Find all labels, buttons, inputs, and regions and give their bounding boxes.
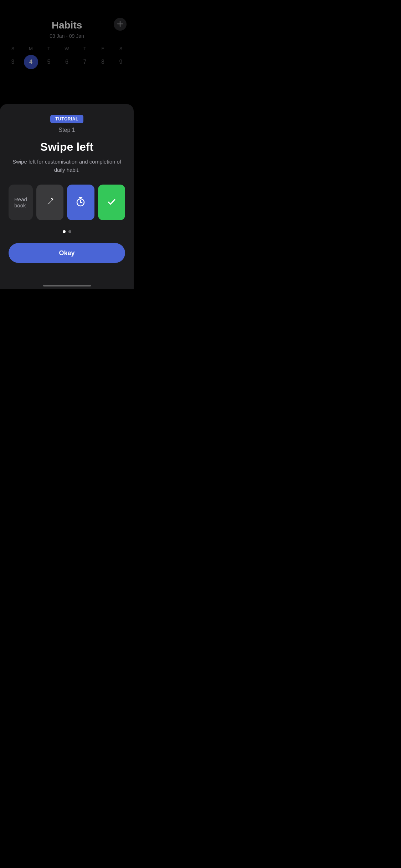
weekday-sun: S xyxy=(6,46,20,51)
main-screen: Habits 03 Jan - 09 Jan S M T W T F S 3 4… xyxy=(0,0,134,289)
habit-name-text: Read book xyxy=(14,196,27,208)
page-title: Habits xyxy=(52,20,82,31)
timer-icon xyxy=(75,196,86,209)
bottom-sheet: TUTORIAL Step 1 Swipe left Swipe left fo… xyxy=(0,104,134,289)
date-6[interactable]: 6 xyxy=(60,55,74,69)
calendar: S M T W T F S 3 4 5 6 7 8 9 xyxy=(0,39,134,73)
swipe-description: Swipe left for customisation and complet… xyxy=(9,158,125,174)
dot-2 xyxy=(68,230,71,233)
weekday-sat: S xyxy=(114,46,128,51)
add-habit-button[interactable] xyxy=(114,18,127,31)
weekdays-row: S M T W T F S xyxy=(6,46,128,51)
tutorial-badge: TUTORIAL xyxy=(50,115,83,123)
step-label: Step 1 xyxy=(9,127,125,133)
check-button-card[interactable] xyxy=(98,185,125,220)
date-4-today[interactable]: 4 xyxy=(24,55,38,69)
date-8[interactable]: 8 xyxy=(96,55,110,69)
dot-1 xyxy=(63,230,66,233)
timer-button-card[interactable] xyxy=(67,185,94,220)
checkmark-icon xyxy=(106,196,117,209)
pagination-dots xyxy=(9,230,125,233)
home-indicator xyxy=(43,285,91,286)
date-7[interactable]: 7 xyxy=(78,55,92,69)
weekday-mon: M xyxy=(24,46,38,51)
date-5[interactable]: 5 xyxy=(42,55,56,69)
date-range: 03 Jan - 09 Jan xyxy=(0,33,134,39)
swipe-title: Swipe left xyxy=(9,140,125,154)
weekday-thu: T xyxy=(78,46,92,51)
habit-name-card: Read book xyxy=(9,185,33,220)
edit-button-card[interactable] xyxy=(36,185,63,220)
weekday-wed: W xyxy=(60,46,74,51)
date-3[interactable]: 3 xyxy=(6,55,20,69)
habit-cards-row: Read book xyxy=(9,185,125,220)
pencil-icon xyxy=(45,197,55,208)
okay-button[interactable]: Okay xyxy=(9,243,125,263)
weekday-tue: T xyxy=(42,46,56,51)
dates-row: 3 4 5 6 7 8 9 xyxy=(6,55,128,69)
date-9[interactable]: 9 xyxy=(114,55,128,69)
weekday-fri: F xyxy=(96,46,110,51)
plus-icon xyxy=(117,21,123,28)
header: Habits xyxy=(0,0,134,31)
